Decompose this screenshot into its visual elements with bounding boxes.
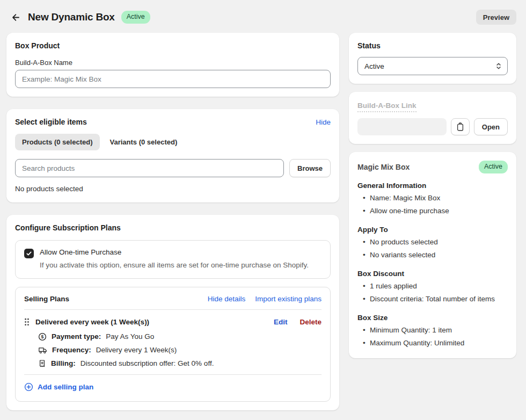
svg-text:$: $ (41, 334, 44, 339)
add-selling-plan-label: Add selling plan (38, 383, 93, 391)
plan-detail-value: Pay As You Go (106, 332, 154, 341)
eligible-items-tabs: Products (0 selected) Variants (0 select… (15, 134, 331, 150)
dollar-circle-icon: $ (38, 332, 47, 341)
summary-item: Allow one-time purchase (363, 205, 508, 218)
import-existing-plans-link[interactable]: Import existing plans (255, 295, 322, 303)
box-product-title: Box Product (15, 41, 331, 50)
box-link-card: Build-A-Box Link Open (349, 92, 516, 144)
summary-title: Magic Mix Box (357, 163, 410, 171)
summary-status-badge: Active (479, 161, 508, 173)
summary-section-box-size: Box Size Minimum Quantity: 1 item Maximu… (357, 314, 508, 350)
clipboard-icon (456, 122, 464, 132)
box-link-input (357, 118, 447, 135)
plan-detail-value: Discounted subscription offer: Get 0% of… (81, 359, 214, 367)
summary-item: No products selected (363, 236, 508, 249)
eligible-items-card: Select eligible items Hide Products (0 s… (6, 109, 339, 202)
selling-plans-title: Selling Plans (24, 295, 69, 303)
tab-products[interactable]: Products (0 selected) (15, 134, 100, 150)
back-arrow-icon (10, 12, 20, 23)
summary-section-heading: Box Discount (357, 270, 508, 278)
divider (24, 309, 322, 310)
summary-section-heading: General Information (357, 182, 508, 190)
box-name-input[interactable] (15, 70, 331, 88)
one-time-purchase-checkbox[interactable] (24, 249, 34, 258)
summary-section-heading: Box Size (357, 314, 508, 322)
summary-item: Discount criteria: Total number of items (363, 293, 508, 306)
status-select[interactable]: Active (357, 57, 508, 75)
plan-detail-label: Frequency: (52, 346, 91, 354)
summary-item: No variants selected (363, 249, 508, 262)
open-link-button[interactable]: Open (474, 118, 508, 135)
main-content: Box Product Build-A-Box Name Select elig… (0, 33, 526, 416)
no-products-text: No products selected (15, 185, 331, 194)
edit-plan-link[interactable]: Edit (274, 318, 288, 326)
status-card-title: Status (357, 41, 508, 50)
plan-detail-row: Billing: Discounted subscription offer: … (24, 359, 322, 368)
updown-chevrons-icon (495, 62, 502, 70)
left-column: Box Product Build-A-Box Name Select elig… (6, 33, 339, 410)
summary-section-box-discount: Box Discount 1 rules applied Discount cr… (357, 270, 508, 306)
delete-plan-link[interactable]: Delete (299, 318, 322, 326)
plan-detail-value: Delivery every 1 Week(s) (96, 346, 177, 354)
summary-section-heading: Apply To (357, 226, 508, 234)
right-column: Status Active Build-A-Box Link (349, 33, 516, 358)
one-time-purchase-help: If you activate this option, ensure all … (40, 260, 309, 271)
summary-item: 1 rules applied (363, 280, 508, 293)
selling-plan-row: Delivered every week (1 Week(s)) Edit De… (24, 316, 322, 328)
box-product-card: Box Product Build-A-Box Name (6, 33, 339, 97)
tab-variants[interactable]: Variants (0 selected) (103, 134, 185, 150)
search-products-input[interactable] (15, 159, 284, 177)
checkmark-icon (26, 250, 32, 257)
receipt-icon (38, 359, 46, 368)
subscription-plans-card: Configure Subscription Plans Allow One-t… (6, 215, 339, 410)
delivery-truck-icon (38, 346, 47, 354)
eligible-items-title: Select eligible items (15, 118, 87, 126)
plan-detail-row: $ Payment type: Pay As You Go (24, 332, 322, 341)
box-name-label: Build-A-Box Name (15, 59, 331, 67)
summary-section-apply-to: Apply To No products selected No variant… (357, 226, 508, 262)
plan-detail-row: Frequency: Delivery every 1 Week(s) (24, 346, 322, 354)
page-header: New Dynamic Box Active Preview (0, 0, 526, 33)
summary-item: Name: Magic Mix Box (363, 192, 508, 205)
divider (24, 374, 322, 375)
hide-link[interactable]: Hide (316, 118, 331, 126)
plan-detail-label: Payment type: (52, 332, 101, 341)
selling-plans-box: Selling Plans Hide details Import existi… (15, 287, 331, 402)
selling-plan-name: Delivered every week (1 Week(s)) (35, 318, 268, 326)
summary-section-general: General Information Name: Magic Mix Box … (357, 182, 508, 218)
one-time-purchase-box: Allow One-time Purchase If you activate … (15, 240, 331, 279)
back-button[interactable] (8, 10, 23, 25)
summary-item: Minimum Quantity: 1 item (363, 324, 508, 337)
hide-details-link[interactable]: Hide details (208, 295, 246, 303)
add-selling-plan-link[interactable]: Add selling plan (24, 382, 93, 392)
copy-link-button[interactable] (451, 118, 470, 135)
status-badge: Active (121, 11, 150, 24)
preview-button[interactable]: Preview (476, 10, 516, 25)
page: New Dynamic Box Active Preview Box Produ… (0, 0, 526, 420)
box-summary-card: Magic Mix Box Active General Information… (349, 152, 516, 358)
summary-item: Maximum Quantity: Unlimited (363, 337, 508, 350)
status-card: Status Active (349, 33, 516, 84)
page-title: New Dynamic Box (28, 11, 115, 23)
drag-handle-icon[interactable] (24, 316, 30, 328)
plan-detail-label: Billing: (51, 359, 76, 367)
one-time-purchase-label: Allow One-time Purchase (40, 248, 309, 256)
status-select-value: Active (364, 62, 384, 70)
box-link-title: Build-A-Box Link (357, 102, 417, 112)
browse-button[interactable]: Browse (289, 159, 331, 177)
subscription-plans-title: Configure Subscription Plans (15, 223, 331, 232)
plus-circle-icon (24, 382, 33, 392)
